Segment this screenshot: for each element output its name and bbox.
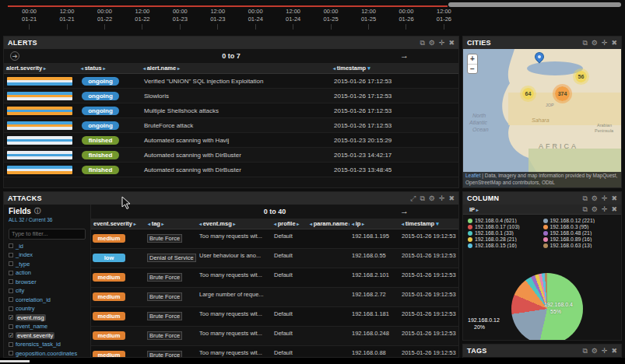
field-list-item[interactable]: event.msg xyxy=(9,313,86,323)
move-icon[interactable]: ✛ xyxy=(602,206,608,213)
table-row[interactable]: finished Automated scanning with DirBust… xyxy=(4,148,458,163)
column-header-ip[interactable]: ip xyxy=(349,220,399,227)
gear-icon[interactable]: ⚙ xyxy=(429,195,435,202)
legend-item[interactable]: 192.168.0.63 (13) xyxy=(543,243,617,248)
field-list-item[interactable]: browser xyxy=(9,278,86,287)
legend-item[interactable]: 192.168.0.89 (16) xyxy=(543,236,617,242)
table-row[interactable]: medium Brute Force Too many requests wit… xyxy=(91,268,458,288)
field-checkbox[interactable] xyxy=(9,306,13,311)
column-header-msg[interactable]: event.msg xyxy=(197,220,272,227)
table-row[interactable]: ongoing Multiple Shellshock attacks 2015… xyxy=(4,103,458,118)
column-header-param[interactable]: param.name xyxy=(307,220,349,227)
field-list-item[interactable]: event.severity xyxy=(9,331,86,341)
table-row[interactable]: ongoing Verified "UNION" SQL injection E… xyxy=(4,74,458,89)
leaflet-link[interactable]: Leaflet xyxy=(465,173,481,178)
legend-item[interactable]: 192.168.0.4 (621) xyxy=(468,218,542,223)
field-checkbox[interactable] xyxy=(9,351,13,355)
table-row[interactable]: medium Brute Force Too many requests wit… xyxy=(91,229,458,249)
column-header-status[interactable]: status xyxy=(79,65,141,72)
field-checkbox[interactable] xyxy=(9,342,13,347)
column-header-severity[interactable]: event.severity xyxy=(91,220,146,227)
legend-item[interactable]: 192.168.0.12 (221) xyxy=(543,218,617,223)
table-row[interactable]: low Denial of Service User behaviour is … xyxy=(91,249,458,268)
legend-item[interactable]: 192.168.0.28 (21) xyxy=(468,236,542,242)
close-icon[interactable]: ✖ xyxy=(448,195,455,202)
field-checkbox[interactable] xyxy=(9,279,13,284)
column-header-name[interactable]: alert.name xyxy=(141,65,331,72)
legend-item[interactable]: 192.168.0.1 (33) xyxy=(468,230,542,236)
move-icon[interactable]: ✛ xyxy=(439,40,445,47)
field-list-item[interactable]: forensics_task_id xyxy=(9,340,86,349)
field-list-item[interactable]: _type xyxy=(9,260,86,269)
close-icon[interactable]: ✖ xyxy=(611,206,617,213)
field-list-item[interactable]: event_name xyxy=(9,322,86,331)
close-icon[interactable]: ✖ xyxy=(611,195,617,202)
field-checkbox[interactable] xyxy=(9,289,13,293)
gear-icon[interactable]: ⚙ xyxy=(592,206,598,213)
field-checkbox[interactable] xyxy=(9,297,13,302)
close-icon[interactable]: ✖ xyxy=(611,40,617,47)
field-checkbox[interactable] xyxy=(9,243,13,248)
table-row[interactable]: medium Brute Force Too many requests wit… xyxy=(91,346,458,358)
ip-field-label[interactable]: IP xyxy=(467,206,481,213)
table-row[interactable]: ongoing Slowloris 2015-01-26 17:12:53 xyxy=(4,89,458,103)
close-icon[interactable]: ✖ xyxy=(448,40,455,47)
field-checkbox[interactable] xyxy=(9,315,13,320)
field-list-item[interactable]: action xyxy=(9,268,86,278)
table-row[interactable]: medium Brute Force Large number of reque… xyxy=(91,288,458,307)
table-row[interactable]: medium Brute Force Too many requests wit… xyxy=(91,307,458,327)
duplicate-icon[interactable]: ⧉ xyxy=(582,195,587,202)
duplicate-icon[interactable]: ⧉ xyxy=(420,40,424,47)
close-icon[interactable]: ✖ xyxy=(611,348,617,355)
duplicate-icon[interactable]: ⧉ xyxy=(420,195,424,202)
field-list-item[interactable]: _index xyxy=(9,250,86,260)
field-checkbox[interactable] xyxy=(9,324,13,329)
field-list-item[interactable]: correlation_id xyxy=(9,296,86,305)
field-checkbox[interactable] xyxy=(9,253,13,257)
column-header-severity[interactable]: alert.severity xyxy=(4,65,79,72)
field-filter-input[interactable] xyxy=(9,229,86,240)
legend-item[interactable]: 192.168.0.48 (21) xyxy=(543,230,617,236)
field-list-item[interactable]: _id xyxy=(9,242,86,251)
map-cluster-marker[interactable]: 56 xyxy=(575,71,587,82)
map-cluster-marker[interactable]: 64 xyxy=(522,88,534,100)
move-icon[interactable]: ✛ xyxy=(439,195,445,202)
duplicate-icon[interactable]: ⧉ xyxy=(582,40,587,47)
gear-icon[interactable]: ⚙ xyxy=(592,348,598,355)
move-icon[interactable]: ✛ xyxy=(602,348,608,355)
field-list-item[interactable]: city xyxy=(9,286,86,296)
column-header-timestamp[interactable]: timestamp xyxy=(331,65,458,72)
field-checkbox[interactable] xyxy=(9,271,13,275)
table-row[interactable]: ongoing BruteForce attack 2015-01-26 17:… xyxy=(4,118,458,133)
duplicate-icon[interactable]: ⧉ xyxy=(582,348,587,355)
next-page-icon[interactable]: → xyxy=(400,51,409,60)
info-icon[interactable]: ⓘ xyxy=(34,207,40,215)
duplicate-icon[interactable]: ⧉ xyxy=(582,206,587,213)
map[interactable]: North Atlantic Ocean Sahara AFRICA Arabi… xyxy=(463,49,621,187)
move-icon[interactable]: ✛ xyxy=(602,40,608,47)
legend-item[interactable]: 192.168.0.15 (16) xyxy=(468,243,542,248)
field-checkbox[interactable] xyxy=(9,261,13,266)
column-header-profile[interactable]: profile xyxy=(272,220,307,227)
table-row[interactable]: medium Brute Force Too many requests wit… xyxy=(91,327,458,346)
zoom-in-button[interactable]: + xyxy=(468,54,477,64)
expand-icon[interactable]: ⤢ xyxy=(410,195,416,202)
scrollbar-thumb[interactable] xyxy=(448,2,621,7)
field-list-item[interactable]: geoposition.coordinates xyxy=(9,349,86,358)
field-checkbox[interactable] xyxy=(9,333,13,338)
column-header-timestamp[interactable]: timestamp xyxy=(399,220,458,227)
fields-filter-links[interactable]: ALL 32 / Current 36 xyxy=(9,217,86,222)
table-row[interactable]: finished Automated scanning with Havij 2… xyxy=(4,133,458,148)
next-page-icon[interactable]: → xyxy=(400,206,409,215)
gear-icon[interactable]: ⚙ xyxy=(429,40,435,47)
legend-item[interactable]: 192.168.0.17 (103) xyxy=(468,224,542,229)
map-cluster-marker[interactable]: 374 xyxy=(555,86,570,101)
gear-icon[interactable]: ⚙ xyxy=(592,40,598,47)
column-header-tag[interactable]: tag xyxy=(146,220,197,227)
move-icon[interactable]: ✛ xyxy=(602,195,608,202)
legend-item[interactable]: 192.168.0.3 (95) xyxy=(543,224,617,229)
field-list-item[interactable]: country xyxy=(9,304,86,313)
gear-icon[interactable]: ⚙ xyxy=(592,195,598,202)
table-row[interactable]: finished Automated scanning with DirBust… xyxy=(4,163,458,177)
zoom-out-button[interactable]: − xyxy=(468,64,477,73)
